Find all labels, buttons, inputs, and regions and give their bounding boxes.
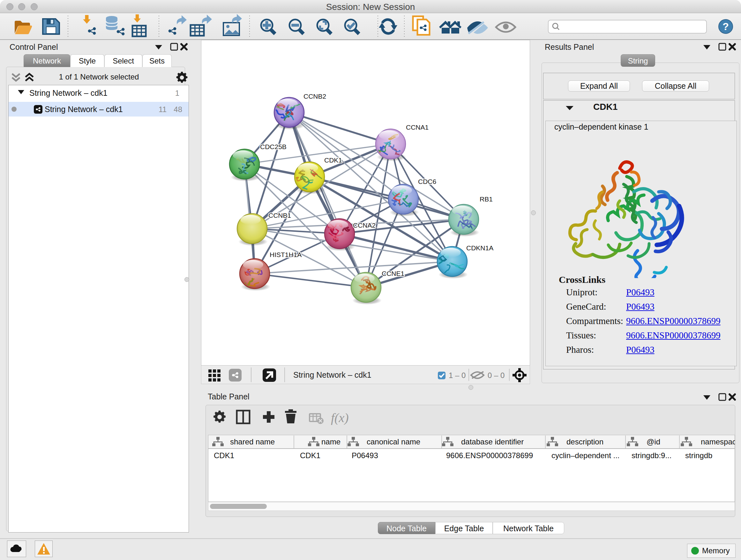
svg-text:f(x): f(x) xyxy=(331,411,349,425)
svg-text:CCNB1: CCNB1 xyxy=(268,212,291,219)
svg-text:stringdb: stringdb xyxy=(685,451,712,460)
svg-text:String Network – cdk1: String Network – cdk1 xyxy=(29,88,108,98)
svg-text:CDK1: CDK1 xyxy=(300,451,320,460)
svg-text:0 – 0: 0 – 0 xyxy=(488,371,504,380)
svg-text:CDK1: CDK1 xyxy=(214,451,234,460)
svg-text:shared name: shared name xyxy=(230,437,275,446)
svg-text:CCNA1: CCNA1 xyxy=(406,124,428,131)
svg-text:P06493: P06493 xyxy=(352,451,378,460)
svg-text:CCNB2: CCNB2 xyxy=(304,92,326,100)
svg-text:1: 1 xyxy=(175,89,179,98)
svg-text:CCNA2: CCNA2 xyxy=(353,222,376,229)
svg-text:?: ? xyxy=(723,21,729,32)
svg-text:@id: @id xyxy=(647,437,660,446)
svg-text:name: name xyxy=(321,437,340,446)
svg-text:namespac: namespac xyxy=(701,437,735,446)
svg-text:CCNE1: CCNE1 xyxy=(382,270,404,277)
svg-text:9606.ENSP00000378699: 9606.ENSP00000378699 xyxy=(446,451,533,460)
svg-text:RB1: RB1 xyxy=(480,195,493,203)
svg-text:HIST1H1A: HIST1H1A xyxy=(270,251,301,258)
svg-text:CDKN1A: CDKN1A xyxy=(466,244,493,252)
svg-text:canonical name: canonical name xyxy=(367,437,420,446)
svg-text:stringdb:9...: stringdb:9... xyxy=(631,451,671,460)
svg-text:CDK1: CDK1 xyxy=(324,157,342,164)
svg-text:String Network – cdk1: String Network – cdk1 xyxy=(45,105,123,114)
svg-text:String Network – cdk1: String Network – cdk1 xyxy=(293,370,372,379)
svg-text:11: 11 xyxy=(158,105,166,114)
svg-text:1 – 0: 1 – 0 xyxy=(449,371,466,380)
svg-text:description: description xyxy=(566,437,603,446)
svg-text:cyclin–dependent ...: cyclin–dependent ... xyxy=(551,451,619,460)
svg-text:database identifier: database identifier xyxy=(461,437,524,446)
svg-text:CDC6: CDC6 xyxy=(418,178,436,185)
svg-text:48: 48 xyxy=(174,105,182,114)
svg-text:CDC25B: CDC25B xyxy=(260,143,286,150)
